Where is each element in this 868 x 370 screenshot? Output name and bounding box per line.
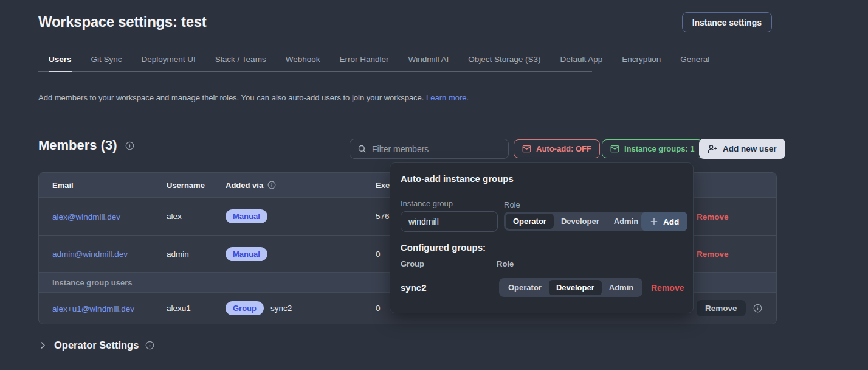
popup-title: Auto-add instance groups [401, 173, 514, 184]
role-label: Role [504, 200, 520, 209]
role-option-developer[interactable]: Developer [549, 280, 602, 295]
added-via-group-name: sync2 [270, 304, 292, 313]
members-heading: Members (3) [38, 138, 134, 153]
add-group-label: Add [663, 217, 679, 226]
info-icon[interactable] [125, 141, 134, 150]
mail-icon [522, 144, 531, 153]
tab-slack-teams[interactable]: Slack / Teams [215, 55, 266, 72]
remove-member-button[interactable]: Remove [697, 250, 729, 259]
role-option-operator[interactable]: Operator [506, 214, 554, 229]
col-email: Email [39, 181, 167, 190]
tab-encryption[interactable]: Encryption [622, 55, 661, 72]
instance-settings-button[interactable]: Instance settings [682, 12, 772, 32]
remove-member-button[interactable]: Remove [697, 212, 729, 222]
configured-group-role-toggle: Operator Developer Admin [499, 278, 642, 297]
page-title: Workspace settings: test [38, 13, 206, 30]
tab-error-handler[interactable]: Error Handler [339, 55, 388, 72]
operator-settings-label: Operator Settings [54, 340, 139, 351]
member-username: alexu1 [167, 304, 226, 313]
search-icon [357, 144, 367, 153]
auto-add-button[interactable]: Auto-add: OFF [514, 139, 600, 158]
instance-groups-button[interactable]: Instance groups: 1 [602, 139, 703, 158]
page-description: Add members to your workspace and manage… [38, 93, 469, 102]
mail-icon [610, 144, 619, 153]
info-icon[interactable] [145, 341, 154, 350]
remove-configured-group-button[interactable]: Remove [651, 283, 684, 293]
instance-group-label: Instance group [401, 199, 453, 208]
chevron-right-icon [38, 341, 47, 350]
member-email-link[interactable]: alex@windmill.dev [52, 212, 120, 222]
user-plus-icon [708, 144, 717, 154]
add-group-button[interactable]: Add [641, 212, 687, 231]
tab-windmill-ai[interactable]: Windmill AI [408, 55, 449, 72]
tab-users[interactable]: Users [49, 55, 72, 72]
group-column-header: Group [401, 259, 424, 268]
learn-more-link[interactable]: Learn more. [426, 93, 469, 102]
col-username: Username [167, 181, 226, 190]
info-icon[interactable] [267, 181, 276, 189]
section-label: Instance group users [39, 278, 167, 287]
member-email-link[interactable]: alex+u1@windmill.dev [52, 304, 134, 313]
configured-groups-heading: Configured groups: [401, 242, 486, 253]
tab-general[interactable]: General [680, 55, 709, 72]
tab-git-sync[interactable]: Git Sync [91, 55, 122, 72]
role-column-header: Role [497, 259, 514, 268]
members-heading-label: Members (3) [38, 138, 117, 153]
tab-webhook[interactable]: Webhook [286, 55, 320, 72]
instance-groups-label: Instance groups: 1 [624, 144, 695, 153]
filter-members-box[interactable] [350, 139, 509, 159]
instance-group-input[interactable] [401, 211, 498, 232]
remove-member-button[interactable]: Remove [697, 300, 746, 316]
plus-icon [650, 217, 658, 226]
tab-default-app[interactable]: Default App [560, 55, 603, 72]
role-option-admin[interactable]: Admin [602, 280, 641, 295]
col-added-via: Added via [226, 181, 263, 190]
added-via-badge: Manual [226, 247, 267, 261]
role-option-operator[interactable]: Operator [501, 280, 549, 295]
description-text: Add members to your workspace and manage… [38, 93, 424, 102]
operator-settings-toggle[interactable]: Operator Settings [38, 340, 154, 351]
settings-tabbar: Users Git Sync Deployment UI Slack / Tea… [38, 55, 777, 72]
info-icon[interactable] [753, 304, 762, 313]
filter-members-input[interactable] [372, 144, 501, 154]
add-new-user-label: Add new user [723, 144, 777, 153]
role-option-admin[interactable]: Admin [607, 214, 646, 229]
added-via-badge: Group [226, 301, 264, 315]
added-via-badge: Manual [226, 209, 267, 223]
member-username: admin [167, 250, 226, 259]
divider [401, 273, 683, 273]
tab-object-storage[interactable]: Object Storage (S3) [468, 55, 540, 72]
tabbar-scroll-thumb [38, 71, 592, 72]
tab-deployment-ui[interactable]: Deployment UI [142, 55, 196, 72]
auto-add-label: Auto-add: OFF [536, 144, 591, 153]
role-option-developer[interactable]: Developer [554, 214, 607, 229]
configured-group-name: sync2 [401, 282, 427, 293]
member-username: alex [167, 212, 226, 221]
member-email-link[interactable]: admin@windmill.dev [52, 250, 128, 259]
add-new-user-button[interactable]: Add new user [699, 139, 785, 159]
new-group-role-toggle: Operator Developer Admin [504, 212, 647, 231]
auto-add-instance-groups-popup: Auto-add instance groups Instance group … [390, 162, 694, 313]
